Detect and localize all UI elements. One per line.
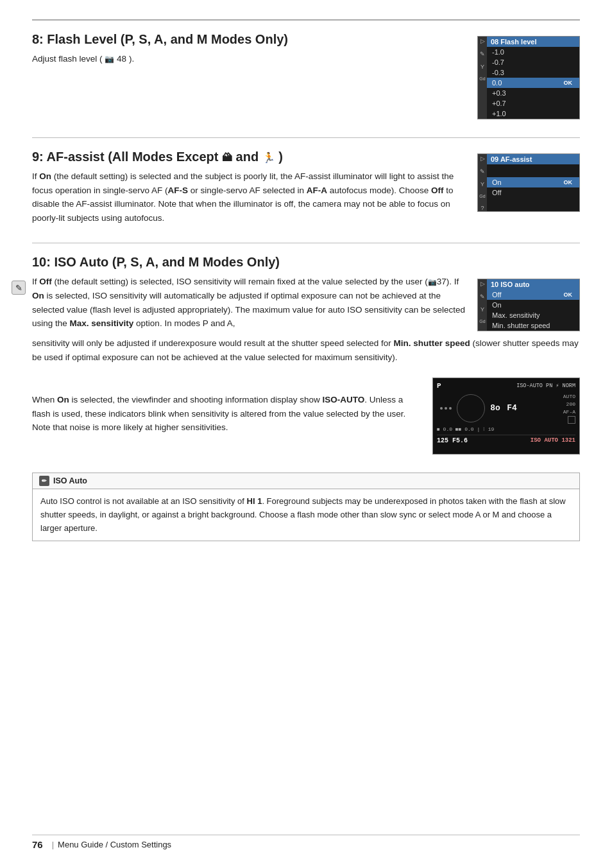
section-8-menu-title: 08 Flash level: [487, 37, 579, 47]
vf-auto-label: AUTO: [563, 393, 575, 401]
s9-body2: or single-servo AF selected in: [188, 186, 307, 195]
page: 8: Flash Level (P, S, A, and M Modes Onl…: [0, 0, 612, 868]
section-10-para3: When On is selected, the viewfinder and …: [32, 393, 421, 435]
s9-if: If: [32, 171, 39, 181]
vf-mode-p: P: [437, 382, 441, 390]
section-10-vf-layout: When On is selected, the viewfinder and …: [32, 374, 580, 455]
s9-sidebar-icon-3: Y: [480, 181, 484, 187]
vf-indicators: ■ 0.0 ■■ 0.0 | ⁝ 19: [437, 426, 575, 432]
menu-item-00: 0.0 OK: [487, 78, 579, 88]
sidebar-icon-3: Y: [480, 64, 484, 70]
s10-sidebar-icon-2: ✎: [480, 293, 485, 300]
section-10-menu-box: ▷ ✎ Y Gd 10 ISO auto Off OK: [477, 279, 580, 331]
footer-section-title: Menu Guide / Custom Settings: [58, 840, 171, 849]
s10-sidebar-icon-3: Y: [480, 306, 484, 313]
s10-icon-ref: 📷: [428, 278, 437, 286]
s9-sidebar-icon-2: ✎: [480, 168, 485, 175]
section-10-side-pencil: ✎: [12, 281, 26, 295]
section-9-title-and: and: [236, 150, 262, 164]
vf-shutter-speed: 125 F5.6: [437, 437, 468, 444]
section-9-title-mountain-icon: 🏔: [222, 152, 232, 163]
s9-spacer: [487, 164, 579, 177]
section-9-body: If On (the default setting) is selected …: [32, 169, 466, 225]
s10-menu-max: Max. sensitivity: [487, 310, 579, 320]
s10-on2: On: [57, 395, 69, 404]
section-10-text: If Off (the default setting) is selected…: [32, 275, 466, 330]
vf-dots: [440, 407, 452, 410]
s9-off-label: Off: [492, 189, 501, 196]
section-10-title: 10: ISO Auto (P, S, A, and M Modes Only): [32, 255, 580, 270]
vf-bottom-row: 125 F5.6 ISO AUTO 1321: [437, 435, 575, 444]
s10-max: Max. sensitivity: [70, 318, 134, 328]
section-8-icon-num: 48: [117, 54, 126, 64]
section-10-body: If Off (the default setting) is selected…: [32, 275, 466, 330]
vf-exp-comp: ■ 0.0 ■■ 0.0 | ⁝ 19: [437, 426, 494, 432]
pencil-icon: ✎: [12, 281, 26, 295]
vf-exposure: 8o F4: [490, 403, 517, 413]
section-10-layout: If Off (the default setting) is selected…: [32, 275, 580, 331]
menu-item-neg07: -0.7: [487, 57, 579, 67]
vf-dot-2: [445, 407, 447, 410]
section-10-para2: sensitivity will only be adjusted if und…: [32, 336, 580, 364]
section-9-layout: 9: AF-assist (All Modes Except 🏔 and 🏃 )…: [32, 150, 580, 225]
s9-menu-off: Off: [487, 187, 579, 198]
vf-iso-auto-label: ISO-AUTO PN ⚡ NORM: [516, 382, 575, 389]
s10-if: If: [32, 277, 39, 286]
section-8-menu-side: ▷ ✎ Y Gd 08 Flash level -1.0 -0.7: [478, 37, 579, 119]
section-9-menu-title: 09 AF-assist: [487, 154, 579, 164]
s10-body-b: ). If: [446, 277, 459, 286]
s10-body-d: option. In modes P and A,: [133, 318, 235, 328]
footer-page-num: 76: [32, 839, 43, 850]
s9-on: On: [39, 171, 51, 181]
section-9-title-text: 9: AF-assist (All Modes Except: [32, 150, 218, 164]
section-10-menu-title: 10 ISO auto: [487, 279, 579, 290]
section-9-text: 9: AF-assist (All Modes Except 🏔 and 🏃 )…: [32, 150, 466, 225]
section-10-menu-sidebar: ▷ ✎ Y Gd: [478, 279, 487, 331]
section-10: ✎ 10: ISO Auto (P, S, A, and M Modes Onl…: [32, 255, 580, 454]
vf-top-row: P ISO-AUTO PN ⚡ NORM: [437, 382, 575, 390]
menu-item-pos10-label: +1.0: [492, 110, 506, 117]
menu-item-00-label: 0.0: [492, 79, 502, 87]
menu-item-pos07-label: +0.7: [492, 100, 506, 107]
s9-sidebar-icon-1: ▷: [480, 155, 485, 162]
section-8-body-text: Adjust flash level (: [32, 54, 103, 64]
note-hi1: HI 1: [247, 496, 262, 506]
section-8-text: 8: Flash Level (P, S, A, and M Modes Onl…: [32, 32, 466, 66]
s9-afa: AF-A: [307, 186, 327, 195]
note-pencil-icon: ✏: [39, 476, 49, 486]
note-iso-auto: ✏ ISO Auto Auto ISO control is not avail…: [32, 473, 580, 541]
menu-item-neg10: -1.0: [487, 47, 579, 57]
section-9-menu-sidebar: ▷ ✎ Y Gd ?: [478, 154, 487, 211]
rule-between-8-9: [32, 137, 580, 138]
note-title-text: ISO Auto: [53, 476, 87, 485]
s9-off: Off: [431, 186, 444, 195]
menu-item-neg07-label: -0.7: [492, 58, 504, 66]
section-9-menu-side: ▷ ✎ Y Gd ? 09 AF-assist On OK: [478, 154, 579, 211]
menu-item-neg03: -0.3: [487, 67, 579, 78]
s10-off: Off: [39, 277, 52, 286]
vf-dot-3: [449, 407, 452, 410]
s10-menu-min: Min. shutter speed: [487, 320, 579, 331]
vf-focus-circle: [457, 394, 485, 422]
section-9-menu-img: ▷ ✎ Y Gd ? 09 AF-assist On OK: [477, 153, 580, 212]
s10-menu-on: On: [487, 300, 579, 310]
section-9: 9: AF-assist (All Modes Except 🏔 and 🏃 )…: [32, 150, 580, 225]
section-9-title: 9: AF-assist (All Modes Except 🏔 and 🏃 ): [32, 150, 466, 164]
s10-iso-auto: ISO-AUTO: [323, 395, 365, 404]
vf-iso-200: 200: [563, 401, 575, 408]
vf-icon-box: [568, 416, 575, 424]
s10-on-label: On: [492, 301, 502, 309]
section-9-menu-content: 09 AF-assist On OK Off: [487, 154, 579, 211]
section-8-menu-box: ▷ ✎ Y Gd 08 Flash level -1.0 -0.7: [477, 36, 580, 119]
sidebar-icon-4: Gd: [479, 76, 485, 81]
note-title: ✏ ISO Auto: [33, 473, 579, 489]
section-10-menu-img: ▷ ✎ Y Gd 10 ISO auto Off OK: [477, 279, 580, 331]
section-8-layout: 8: Flash Level (P, S, A, and M Modes Onl…: [32, 32, 580, 119]
s10-para3-a: is selected, the viewfinder and shooting…: [69, 395, 323, 404]
s9-menu-on: On OK: [487, 177, 579, 187]
menu-item-pos03: +0.3: [487, 88, 579, 98]
s10-off-label: Off: [492, 291, 501, 299]
s10-menu-off: Off OK: [487, 290, 579, 300]
section-8-menu-content: 08 Flash level -1.0 -0.7 -0.3 0: [487, 37, 579, 119]
vf-iso-auto-value: ISO AUTO 1321: [531, 437, 575, 444]
